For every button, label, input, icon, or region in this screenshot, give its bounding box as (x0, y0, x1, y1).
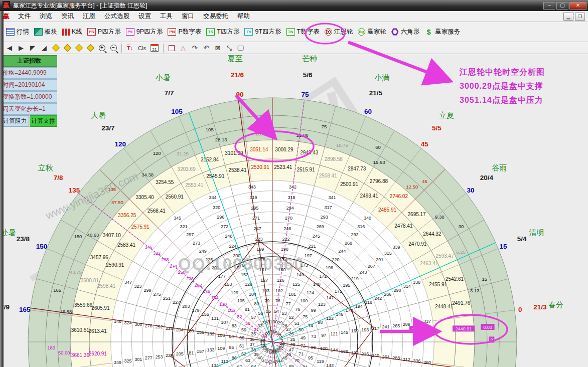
gann-wheel-chart-area[interactable]: 赢家财富网12345678910111213141516171819202122… (0, 54, 588, 367)
rect-tool-button[interactable] (168, 44, 175, 53)
child-restore-button[interactable]: ❐ (575, 13, 585, 21)
svg-text:217: 217 (372, 326, 379, 331)
svg-text:196: 196 (326, 265, 333, 270)
triangle-tool-button[interactable]: △ (180, 44, 187, 53)
svg-text:360: 360 (423, 360, 431, 365)
svg-text:296: 296 (217, 215, 224, 220)
rotate-cw-button[interactable]: ↷ (191, 44, 198, 53)
menu-item[interactable]: 交易委托 (199, 12, 233, 21)
svg-text:35: 35 (251, 331, 256, 336)
svg-text:153: 153 (224, 282, 232, 287)
menu-item[interactable]: 文件 (14, 12, 35, 21)
svg-text:大暑: 大暑 (91, 111, 106, 119)
svg-text:105: 105 (206, 127, 214, 132)
calendar-button[interactable]: 21 (151, 44, 159, 53)
toolbar-button[interactable]: PSP四方形 (86, 26, 125, 38)
close-button[interactable]: ✕ (569, 2, 586, 10)
svg-text:春分: 春分 (548, 300, 563, 309)
svg-text:清明: 清明 (529, 228, 544, 237)
toolbar-button[interactable]: 六角形 (390, 26, 424, 38)
menu-items: 文件浏览资讯江恩公式选股设置工具窗口交易委托帮助 (14, 12, 254, 21)
menu-item[interactable]: 江恩 (78, 12, 100, 21)
calc-support-button[interactable]: 计算支撑 (30, 115, 58, 127)
svg-text:46: 46 (286, 352, 291, 357)
move-up-button[interactable] (75, 44, 82, 53)
svg-text:82: 82 (237, 314, 242, 319)
svg-text:6: 6 (272, 329, 275, 334)
svg-text:249: 249 (199, 249, 207, 254)
svg-text:242: 242 (374, 296, 382, 301)
child-minimize-button[interactable]: ▁ (563, 13, 573, 21)
toolbar-button[interactable]: T99T四方形 (243, 26, 285, 38)
toolbar-button[interactable]: K线 (61, 26, 86, 38)
toolbar-button[interactable]: Big赢家轮 (357, 26, 390, 38)
winner-wheel-icon: Big (358, 28, 365, 36)
svg-text:2440.91: 2440.91 (412, 327, 429, 332)
svg-text:129: 129 (231, 290, 238, 295)
svg-text:2598.41: 2598.41 (97, 283, 116, 289)
pointer-down-button[interactable]: ◢ (41, 44, 48, 53)
menu-item[interactable]: 资讯 (57, 12, 78, 21)
toolbar-button[interactable]: TST四方形 (205, 26, 243, 38)
menu-item[interactable]: 设置 (134, 12, 156, 21)
svg-text:15: 15 (500, 243, 508, 250)
svg-text:2478.41: 2478.41 (394, 223, 413, 229)
menu-item[interactable]: 公式选股 (100, 12, 134, 21)
fit-screen-button[interactable]: ⤡ (226, 44, 233, 53)
screen-button[interactable]: 🖵 (237, 44, 244, 53)
parameter-row: 周天变化步长=1 (1, 103, 57, 115)
delete-box-button[interactable]: ⊠ (214, 44, 221, 53)
toolbar-button[interactable]: P99P四方形 (125, 26, 167, 38)
toolbar-button[interactable]: $赢家服务 (423, 26, 464, 38)
menu-item[interactable]: 浏览 (35, 12, 57, 21)
svg-text:2538.41: 2538.41 (228, 167, 247, 173)
scroll-right-button[interactable]: ▶ (18, 44, 25, 53)
svg-text:100: 100 (300, 298, 308, 303)
main-toolbar: 行情板块K线PSP四方形P99P四方形PNP数字表TST四方形T99T四方形TN… (0, 22, 588, 42)
svg-text:124: 124 (307, 290, 314, 295)
svg-text:322: 322 (153, 251, 161, 256)
menu-item[interactable]: 窗口 (177, 12, 199, 21)
toolbar-button[interactable]: 江恩轮 (324, 26, 357, 38)
rotate-ccw-button[interactable]: ↶ (203, 44, 210, 53)
svg-text:69: 69 (288, 364, 293, 367)
toolbar-button[interactable]: TNT数字表 (285, 26, 324, 38)
svg-text:41: 41 (262, 358, 267, 363)
svg-text:165: 165 (19, 306, 31, 313)
svg-text:78: 78 (275, 298, 280, 303)
timeline-button[interactable]: T↓ (126, 44, 133, 53)
toolbar-button[interactable]: 板块 (33, 26, 61, 38)
svg-text:18.75: 18.75 (336, 142, 348, 148)
pointer-up-button[interactable]: ◤ (29, 44, 36, 53)
move-down-button[interactable] (87, 44, 94, 53)
cls-button[interactable]: Cls (138, 44, 146, 53)
zoom-out-button[interactable]: − (110, 44, 117, 53)
zoom-in-button[interactable]: + (98, 44, 105, 53)
parameter-row: 价格=2440.9099 (1, 67, 57, 79)
svg-text:298: 298 (162, 257, 169, 262)
calc-resistance-button[interactable]: 计算阻力 (1, 115, 29, 127)
minimize-button[interactable]: – (543, 2, 555, 10)
svg-text:36: 36 (250, 337, 255, 342)
svg-text:5/6: 5/6 (303, 71, 313, 79)
maximize-button[interactable]: ▢ (556, 2, 568, 10)
scroll-left-button[interactable]: ◀ (6, 44, 13, 53)
svg-text:120: 120 (153, 150, 161, 156)
menu-item[interactable]: 工具 (156, 12, 177, 21)
child-window-controls: ▁ ❐ (563, 13, 588, 21)
svg-text:339: 339 (392, 245, 400, 250)
svg-text:192: 192 (351, 350, 359, 355)
svg-text:314: 314 (403, 284, 411, 289)
toolbar-button[interactable]: 行情 (5, 26, 33, 38)
svg-text:71: 71 (299, 351, 304, 356)
toolbar-button[interactable]: PNP数字表 (167, 26, 205, 38)
menu-item[interactable]: 帮助 (233, 12, 254, 21)
svg-text:109: 109 (217, 346, 225, 351)
svg-text:21/3: 21/3 (533, 303, 547, 311)
svg-text:218: 218 (365, 300, 372, 305)
svg-text:2530.91: 2530.91 (251, 164, 270, 170)
svg-text:347: 347 (124, 280, 132, 285)
svg-text:30: 30 (467, 187, 475, 194)
move-left-button[interactable] (52, 44, 59, 53)
move-right-button[interactable] (64, 44, 71, 53)
